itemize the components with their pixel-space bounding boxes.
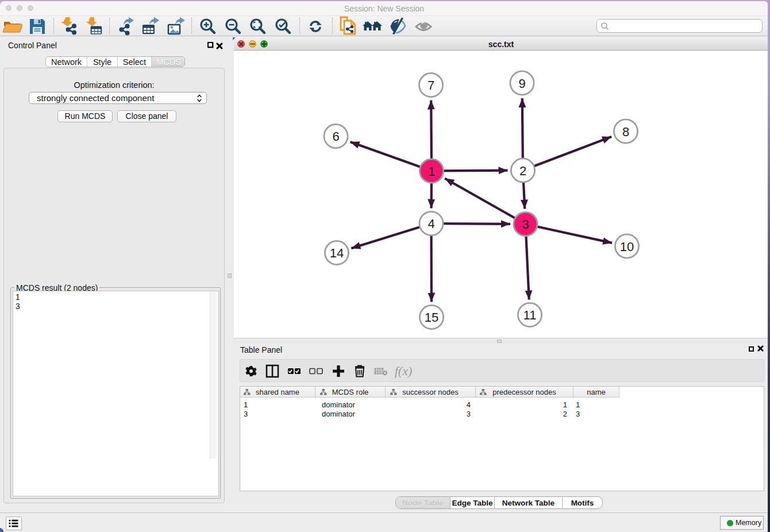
svg-text:15: 15 xyxy=(425,310,438,325)
svg-text:7: 7 xyxy=(428,78,434,92)
svg-text:3: 3 xyxy=(522,217,529,232)
svg-text:9: 9 xyxy=(518,76,525,91)
svg-text:1: 1 xyxy=(428,164,435,179)
svg-text:11: 11 xyxy=(523,308,537,322)
svg-text:6: 6 xyxy=(332,129,339,144)
svg-text:4: 4 xyxy=(428,217,434,231)
svg-text:8: 8 xyxy=(622,125,629,139)
svg-text:2: 2 xyxy=(519,164,526,178)
svg-text:10: 10 xyxy=(620,240,634,254)
svg-text:14: 14 xyxy=(330,246,344,260)
svg-text:f(x): f(x) xyxy=(395,364,413,378)
